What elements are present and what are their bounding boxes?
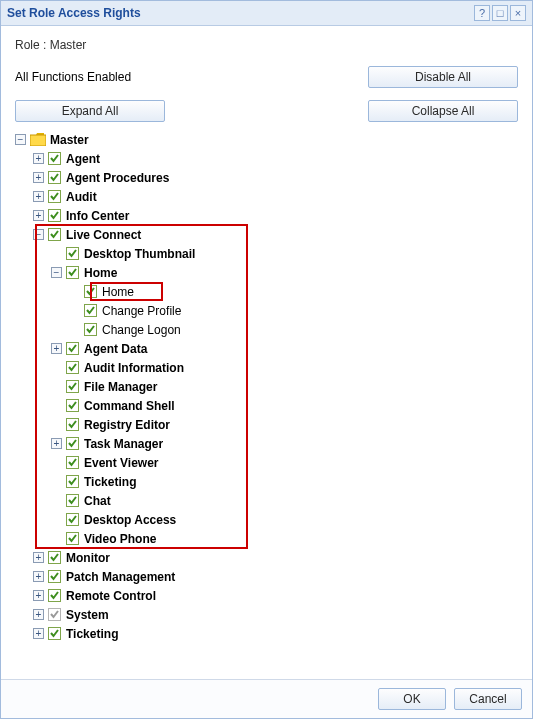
- expand-icon[interactable]: +: [33, 172, 44, 183]
- collapse-icon[interactable]: −: [15, 134, 26, 145]
- checkbox-checked[interactable]: [48, 209, 61, 222]
- expand-icon[interactable]: +: [51, 343, 62, 354]
- dialog-body: Role : Master All Functions Enabled Disa…: [1, 26, 532, 679]
- node-ticketing[interactable]: Ticketing: [66, 627, 118, 641]
- collapse-all-button[interactable]: Collapse All: [368, 100, 518, 122]
- node-system[interactable]: System: [66, 608, 109, 622]
- ok-button[interactable]: OK: [378, 688, 446, 710]
- node-audit-information[interactable]: Audit Information: [84, 361, 184, 375]
- expand-icon[interactable]: +: [33, 628, 44, 639]
- collapse-icon[interactable]: −: [51, 267, 62, 278]
- checkbox-checked[interactable]: [66, 247, 79, 260]
- node-task-manager[interactable]: Task Manager: [84, 437, 163, 451]
- checkbox-checked[interactable]: [66, 475, 79, 488]
- node-event-viewer[interactable]: Event Viewer: [84, 456, 158, 470]
- node-home[interactable]: Home: [84, 266, 117, 280]
- help-button[interactable]: ?: [474, 5, 490, 21]
- expand-icon[interactable]: +: [51, 438, 62, 449]
- checkbox-checked[interactable]: [48, 589, 61, 602]
- expand-icon[interactable]: +: [33, 609, 44, 620]
- expand-icon[interactable]: +: [33, 153, 44, 164]
- checkbox-checked[interactable]: [66, 437, 79, 450]
- dialog-footer: OK Cancel: [1, 679, 532, 718]
- node-change-logon[interactable]: Change Logon: [102, 323, 181, 337]
- node-live-connect[interactable]: Live Connect: [66, 228, 141, 242]
- tree-root-label[interactable]: Master: [50, 133, 89, 147]
- expand-icon[interactable]: +: [33, 552, 44, 563]
- maximize-button[interactable]: □: [492, 5, 508, 21]
- checkbox-checked[interactable]: [84, 304, 97, 317]
- disable-all-button[interactable]: Disable All: [368, 66, 518, 88]
- checkbox-checked[interactable]: [84, 285, 97, 298]
- node-agent-procedures[interactable]: Agent Procedures: [66, 171, 169, 185]
- folder-icon: [30, 133, 46, 146]
- checkbox-checked[interactable]: [66, 399, 79, 412]
- expand-icon[interactable]: +: [33, 191, 44, 202]
- checkbox-checked[interactable]: [48, 570, 61, 583]
- checkbox-checked[interactable]: [66, 342, 79, 355]
- checkbox-checked[interactable]: [66, 513, 79, 526]
- node-chat[interactable]: Chat: [84, 494, 111, 508]
- node-desktop-thumbnail[interactable]: Desktop Thumbnail: [84, 247, 195, 261]
- titlebar-controls: ? □ ×: [474, 5, 526, 21]
- node-remote-control[interactable]: Remote Control: [66, 589, 156, 603]
- checkbox-checked[interactable]: [48, 551, 61, 564]
- node-registry-editor[interactable]: Registry Editor: [84, 418, 170, 432]
- access-tree: − Master +Agent +Agent Procedures +Audit…: [15, 130, 518, 643]
- close-button[interactable]: ×: [510, 5, 526, 21]
- expand-icon[interactable]: +: [33, 590, 44, 601]
- node-change-profile[interactable]: Change Profile: [102, 304, 181, 318]
- node-lc-ticketing[interactable]: Ticketing: [84, 475, 136, 489]
- checkbox-checked[interactable]: [48, 190, 61, 203]
- checkbox-checked[interactable]: [66, 456, 79, 469]
- node-desktop-access[interactable]: Desktop Access: [84, 513, 176, 527]
- checkbox-checked-grey[interactable]: [48, 608, 61, 621]
- checkbox-checked[interactable]: [66, 494, 79, 507]
- node-patch-management[interactable]: Patch Management: [66, 570, 175, 584]
- checkbox-checked[interactable]: [66, 361, 79, 374]
- checkbox-checked[interactable]: [66, 380, 79, 393]
- node-video-phone[interactable]: Video Phone: [84, 532, 156, 546]
- checkbox-checked[interactable]: [66, 266, 79, 279]
- node-command-shell[interactable]: Command Shell: [84, 399, 175, 413]
- node-info-center[interactable]: Info Center: [66, 209, 129, 223]
- node-agent[interactable]: Agent: [66, 152, 100, 166]
- checkbox-checked[interactable]: [48, 228, 61, 241]
- svg-rect-0: [30, 135, 46, 146]
- checkbox-checked[interactable]: [48, 627, 61, 640]
- node-monitor[interactable]: Monitor: [66, 551, 110, 565]
- checkbox-checked[interactable]: [48, 152, 61, 165]
- expand-icon[interactable]: +: [33, 210, 44, 221]
- node-home-home[interactable]: Home: [102, 285, 134, 299]
- titlebar: Set Role Access Rights ? □ ×: [1, 1, 532, 26]
- collapse-icon[interactable]: −: [33, 229, 44, 240]
- checkbox-checked[interactable]: [84, 323, 97, 336]
- all-functions-label: All Functions Enabled: [15, 70, 368, 84]
- node-file-manager[interactable]: File Manager: [84, 380, 157, 394]
- role-label: Role : Master: [15, 38, 518, 52]
- checkbox-checked[interactable]: [48, 171, 61, 184]
- cancel-button[interactable]: Cancel: [454, 688, 522, 710]
- checkbox-checked[interactable]: [66, 532, 79, 545]
- window-title: Set Role Access Rights: [7, 6, 141, 20]
- node-agent-data[interactable]: Agent Data: [84, 342, 147, 356]
- expand-all-button[interactable]: Expand All: [15, 100, 165, 122]
- checkbox-checked[interactable]: [66, 418, 79, 431]
- expand-icon[interactable]: +: [33, 571, 44, 582]
- node-audit[interactable]: Audit: [66, 190, 97, 204]
